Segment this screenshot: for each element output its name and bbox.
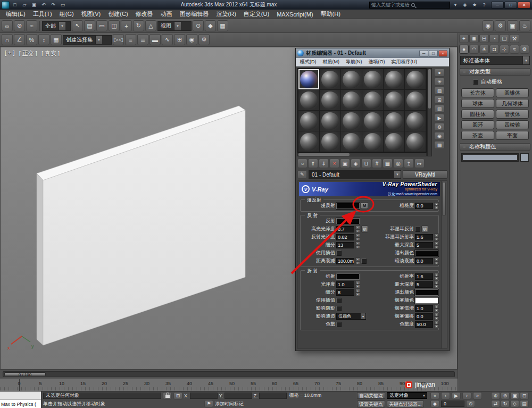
material-sample-slot[interactable]: [362, 131, 383, 152]
spinner[interactable]: ▲▼: [434, 242, 439, 248]
help-icon[interactable]: ?: [480, 1, 488, 9]
plane-button[interactable]: 平面: [496, 131, 529, 140]
align-icon[interactable]: ≡: [125, 34, 136, 45]
torus-button[interactable]: 圆环: [461, 120, 494, 129]
menu-item[interactable]: 图形编辑器: [176, 10, 213, 19]
category-lights-icon[interactable]: ☀: [479, 45, 489, 54]
video-color-check-icon[interactable]: ▥: [434, 105, 445, 113]
minimize-button[interactable]: ─: [491, 2, 504, 9]
checkbox[interactable]: [336, 322, 342, 327]
edit-named-selection-sets-icon[interactable]: ▦: [51, 34, 62, 45]
go-to-start-icon[interactable]: «: [430, 392, 439, 399]
pyramid-button[interactable]: 四棱锥: [496, 120, 529, 129]
pick-material-from-object-icon[interactable]: ✎: [297, 170, 307, 179]
material-sample-slot[interactable]: [298, 131, 319, 152]
menu-item[interactable]: 渲染(R): [213, 10, 240, 19]
tab-create-icon[interactable]: +: [459, 34, 469, 43]
key-mode-toggle-icon[interactable]: ◆: [430, 400, 439, 407]
current-frame-field[interactable]: 0: [441, 401, 464, 407]
options-icon[interactable]: ⚙: [434, 123, 445, 131]
spinner[interactable]: ▲▼: [434, 257, 439, 264]
percent-snap-icon[interactable]: %: [26, 34, 37, 45]
menu-item[interactable]: 实用程序(U): [388, 58, 421, 66]
value-field[interactable]: 0.82: [336, 234, 354, 240]
material-sample-slot[interactable]: [298, 111, 319, 131]
select-and-move-icon[interactable]: +: [121, 20, 132, 31]
menu-item[interactable]: [ 真实 ]: [41, 49, 60, 57]
material-sample-slot[interactable]: [405, 90, 426, 110]
material-map-navigator-icon[interactable]: ▩: [434, 141, 445, 149]
material-sample-slot[interactable]: [341, 111, 362, 131]
color-swatch[interactable]: [336, 203, 360, 209]
zoom-all-icon[interactable]: ⊛: [501, 392, 510, 399]
checkbox[interactable]: [336, 306, 342, 311]
time-configuration-icon[interactable]: ⊙: [466, 400, 475, 407]
curve-editor-icon[interactable]: ∿: [162, 34, 173, 45]
material-sample-slot[interactable]: [405, 111, 426, 131]
search-icon[interactable]: [411, 3, 415, 7]
box-object[interactable]: [37, 106, 245, 345]
show-map-in-viewport-icon[interactable]: ▦: [383, 159, 393, 168]
menu-item[interactable]: [ 正交 ]: [19, 49, 37, 57]
select-by-material-icon[interactable]: ◉: [434, 132, 445, 140]
color-swatch[interactable]: [336, 273, 360, 280]
field-of-view-icon[interactable]: ◇: [510, 400, 519, 407]
material-editor-titlebar[interactable]: 材质编辑器 - 01 - Default ─□×: [296, 48, 449, 58]
auto-key-button[interactable]: 自动关键点: [357, 392, 385, 399]
spinner[interactable]: ▲▼: [355, 281, 360, 288]
background-icon[interactable]: ▨: [434, 87, 445, 95]
value-field[interactable]: 0.7: [336, 226, 354, 232]
checkbox[interactable]: [415, 227, 420, 232]
menu-item[interactable]: 组(G): [56, 10, 78, 19]
keyboard-override-icon[interactable]: ▦: [217, 20, 228, 31]
menu-item[interactable]: 模式(D): [297, 58, 320, 66]
material-sample-slot[interactable]: [320, 111, 340, 131]
cone-button[interactable]: 圆锥体: [496, 88, 529, 97]
value-field[interactable]: 0.0: [415, 203, 433, 209]
backlight-icon[interactable]: ☀: [434, 78, 445, 86]
material-sample-slot[interactable]: [405, 69, 426, 89]
go-to-end-icon[interactable]: »: [473, 392, 482, 399]
value-field[interactable]: 1.0: [415, 305, 433, 312]
spinner[interactable]: ▲▼: [355, 234, 360, 240]
material-sample-slot[interactable]: [384, 131, 404, 152]
parameters-scrollbar[interactable]: [441, 181, 447, 348]
make-preview-icon[interactable]: ▶: [434, 114, 445, 122]
go-forward-to-sibling-icon[interactable]: ↦: [414, 159, 425, 168]
value-field[interactable]: 0.0: [415, 313, 433, 320]
sphere-button[interactable]: 球体: [461, 99, 494, 108]
value-field[interactable]: 8: [336, 289, 354, 296]
sample-slots-vscrollbar[interactable]: [427, 68, 432, 156]
box-button[interactable]: 长方体: [461, 88, 494, 97]
select-and-link-icon[interactable]: ∞: [2, 20, 13, 31]
track-bar[interactable]: jingyan 05101520253035404550556065707580…: [0, 378, 458, 391]
menu-item[interactable]: 帮助(H): [317, 10, 344, 19]
me-maximize-button[interactable]: □: [429, 50, 438, 57]
material-sample-slot[interactable]: [320, 131, 340, 152]
menu-item[interactable]: 选项(O): [365, 58, 388, 66]
mini-listener-script-line[interactable]: Max to Physics (: [0, 400, 41, 408]
spinner[interactable]: ▲▼: [434, 281, 439, 288]
render-setup-icon[interactable]: ⚙: [198, 34, 210, 45]
tube-button[interactable]: 管状体: [496, 110, 529, 119]
mirror-icon[interactable]: ▷◁: [113, 34, 124, 45]
menu-item[interactable]: 动画: [157, 10, 176, 19]
go-to-parent-icon[interactable]: ↥: [404, 159, 414, 168]
tab-display-icon[interactable]: ▢: [500, 34, 509, 43]
selection-region-icon[interactable]: ▭: [96, 20, 107, 31]
category-cameras-icon[interactable]: ◘: [489, 45, 499, 54]
rendered-frame-window-icon[interactable]: ▣: [507, 20, 518, 31]
material-sample-slot[interactable]: [341, 131, 362, 152]
tab-utilities-icon[interactable]: ⚒: [510, 34, 519, 43]
checkbox[interactable]: [361, 259, 367, 264]
menu-item[interactable]: 导航(N): [343, 58, 365, 66]
box-left-face[interactable]: [37, 173, 43, 345]
assign-material-to-selection-icon[interactable]: ⇓: [319, 159, 329, 168]
material-editor-icon[interactable]: ◉: [483, 20, 494, 31]
spinner[interactable]: ▲▼: [434, 273, 439, 280]
mini-listener-macro-line[interactable]: [0, 392, 41, 400]
play-animation-icon[interactable]: ▶: [452, 392, 461, 399]
color-swatch[interactable]: [415, 250, 438, 256]
show-end-result-icon[interactable]: ◎: [393, 159, 403, 168]
material-id-channel-icon[interactable]: #: [372, 159, 382, 168]
